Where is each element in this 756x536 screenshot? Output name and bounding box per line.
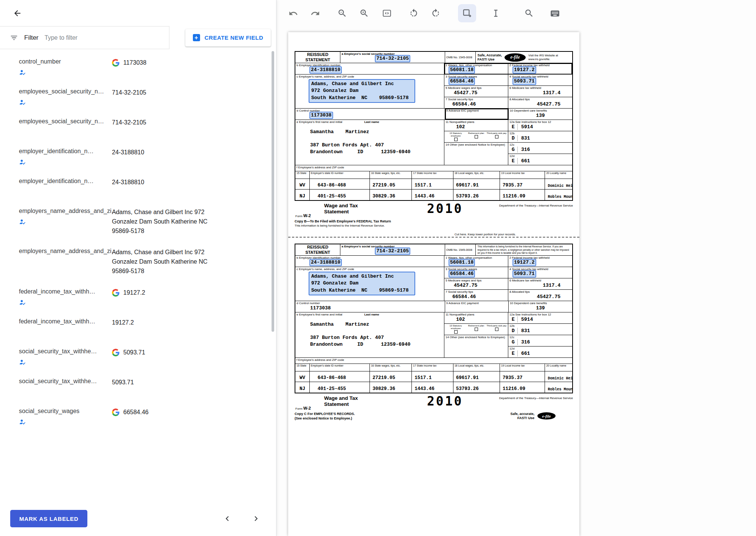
w2-box-15-header: 15 State [295, 171, 310, 179]
w2-box-20-header: 20 Locality name [545, 171, 572, 179]
ein-value[interactable]: 24-3188810 [310, 67, 341, 73]
zoom-out-button[interactable] [333, 4, 351, 22]
ein-value[interactable]: 24-3188810 [310, 259, 341, 266]
document-page: REISSUED STATEMENT a Employee's social s… [288, 32, 579, 536]
sidebar-header [0, 0, 276, 26]
document-canvas[interactable]: REISSUED STATEMENT a Employee's social s… [276, 26, 756, 536]
back-button[interactable] [10, 6, 25, 21]
w2-box-15-header: 15 State [295, 364, 310, 371]
retirement-plan-checkbox[interactable] [475, 328, 478, 331]
box-6-value: 1317.4 [509, 90, 571, 96]
ssn-value[interactable]: 714-32-2105 [376, 248, 410, 254]
redo-button[interactable] [306, 4, 324, 22]
add-bounding-box-button[interactable] [458, 4, 476, 22]
human-verified-icon [19, 98, 26, 106]
employer-name-address-value[interactable]: Adams, Chase and Gilbert Inc 972 Gonzale… [309, 80, 414, 102]
field-value-cell: 24-3188810 [112, 178, 266, 187]
box-2-value[interactable]: 19127.2 [513, 67, 536, 73]
w2-box-12d: 12d E661 [508, 154, 572, 165]
filter-box[interactable]: Filter [0, 26, 169, 49]
previous-page-button[interactable] [222, 513, 233, 524]
field-row[interactable]: federal_income_tax_withh… 19127.2 [0, 282, 276, 312]
w2-box-c: c Employer's name, address, and ZIP code… [295, 75, 444, 109]
tax-year: 2010 [427, 203, 463, 214]
employer-name-address-value[interactable]: Adams, Chase and Gilbert Inc 972 Gonzale… [309, 272, 414, 295]
undo-button[interactable] [284, 4, 302, 22]
next-page-button[interactable] [250, 513, 262, 524]
box-12c-value: 316 [521, 147, 530, 152]
field-row[interactable]: social_security_tax_withhe… 5093.71 [0, 342, 276, 372]
keyboard-icon [550, 8, 560, 19]
w2-box-6: 6 Medicare tax withheld 1317.4 [508, 86, 572, 97]
control-number-value[interactable]: 1173038 [310, 305, 331, 311]
field-row-left: social_security_tax_withhe… [19, 378, 112, 396]
w2-footer: Form W-2 Wage and Tax Statement 2010 Dep… [295, 393, 573, 420]
field-row-left: social_security_wages [19, 408, 112, 426]
field-row[interactable]: social_security_wages 66584.46 [0, 402, 276, 432]
field-row[interactable]: federal_income_tax_withh… 19127.2 [0, 312, 276, 342]
box-5-value: 45427.75 [446, 283, 507, 288]
mark-as-labeled-button[interactable]: MARK AS LABELED [10, 510, 87, 527]
w2-box-e: e Employee's first name and initialLast … [295, 312, 444, 358]
w2-header-right: Safe, Accurate,FAST! Use e-file Visit th… [476, 244, 572, 256]
pager [222, 513, 262, 524]
zoom-in-button[interactable] [355, 4, 373, 22]
third-party-sick-pay-checkbox[interactable] [495, 135, 498, 138]
field-row[interactable]: employer_identification_n… 24-3188810 [0, 172, 276, 202]
create-new-field-button[interactable]: + CREATE NEW FIELD [185, 29, 271, 47]
labeling-sidebar: Filter + CREATE NEW FIELD control_number [0, 0, 276, 536]
box-4-value[interactable]: 5093.71 [513, 78, 536, 84]
form-w2-label: Form W-2 [295, 213, 311, 218]
field-row[interactable]: employer_identification_n… 24-3188810 [0, 142, 276, 172]
box-12b-value: 831 [521, 135, 530, 141]
header-right-notice: This information is being furnished to t… [477, 245, 571, 255]
field-name: federal_income_tax_withh… [19, 318, 112, 325]
field-row[interactable]: employers_name_address_and_zi… Adams, Ch… [0, 202, 276, 242]
zoom-out-icon [337, 8, 347, 18]
w2-box-4: 4 Social security tax withheld 5093.71 [508, 267, 572, 278]
w2-form: REISSUED STATEMENT a Employee's social s… [295, 51, 573, 227]
field-row[interactable]: employees_social_security_n… 714-32-2105 [0, 112, 276, 142]
control-number-value[interactable]: 1173038 [310, 112, 332, 118]
field-value-cell: 714-32-2105 [112, 88, 266, 98]
field-row[interactable]: control_number 1173038 [0, 52, 276, 82]
code-view-button[interactable] [378, 4, 396, 22]
retirement-plan-checkbox[interactable] [475, 135, 478, 138]
field-row-left: employers_name_address_and_zi… [19, 248, 112, 266]
box-1-value[interactable]: 56081.18 [449, 259, 474, 266]
field-value-cell: Adams, Chase and Gilbert Inc 972 Gonzale… [112, 248, 266, 276]
statutory-employee-checkbox[interactable] [454, 330, 458, 334]
state-row-1: WV 643-86-468 27219.05 1517.1 69617.91 7… [295, 179, 572, 190]
human-verified-icon [19, 158, 26, 166]
third-party-sick-pay-checkbox[interactable] [495, 328, 498, 331]
field-row[interactable]: employers_name_address_and_zi… Adams, Ch… [0, 242, 276, 282]
statutory-employee-checkbox[interactable] [454, 138, 458, 141]
w2-box-12a: 12a See instructions for box 12 E5914 [508, 120, 572, 131]
box-12a-value: 5914 [521, 124, 533, 130]
w2-box-3: 3 Social security wages 66584.46 [444, 267, 508, 278]
field-value: 5093.71 [123, 348, 145, 357]
box-2-value[interactable]: 19127.2 [513, 259, 536, 266]
field-name: employer_identification_n… [19, 148, 112, 155]
field-name: social_security_tax_withhe… [19, 348, 112, 355]
box-3-value[interactable]: 66584.46 [449, 271, 474, 277]
search-button[interactable] [520, 4, 538, 22]
filter-input[interactable] [45, 34, 132, 41]
w2-box-3: 3 Social security wages 66584.46 [444, 75, 508, 86]
field-row[interactable]: employees_social_security_n… 714-32-2105 [0, 82, 276, 112]
box-1-value[interactable]: 56081.18 [449, 67, 474, 73]
field-name: employer_identification_n… [19, 178, 112, 185]
field-row[interactable]: social_security_tax_withhe… 5093.71 [0, 372, 276, 402]
box-3-value[interactable]: 66584.46 [449, 78, 474, 84]
box-4-value[interactable]: 5093.71 [513, 271, 536, 277]
w2-box-12a: 12a See instructions for box 12 E5914 [508, 312, 572, 324]
w2-form: REISSUED STATEMENT a Employee's social s… [295, 244, 573, 420]
ssn-value[interactable]: 714-32-2105 [376, 56, 410, 62]
text-selection-button[interactable] [487, 4, 505, 22]
keyboard-shortcuts-button[interactable] [546, 4, 564, 22]
box-12c-value: 316 [521, 339, 530, 345]
rotate-ccw-button[interactable] [405, 4, 423, 22]
rotate-cw-button[interactable] [427, 4, 445, 22]
reissued-statement: REISSUED STATEMENT [295, 244, 340, 256]
scrollbar-thumb[interactable] [272, 51, 274, 332]
